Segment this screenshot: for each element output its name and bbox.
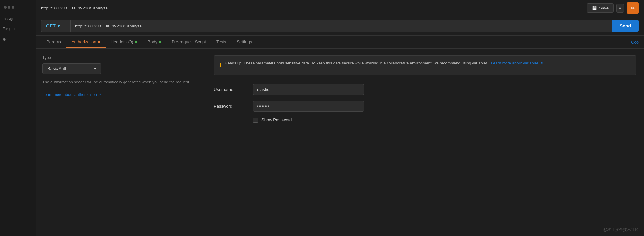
authorization-dot [98,41,100,43]
tab-settings[interactable]: Settings [231,36,257,48]
topbar-actions: 💾 Save ▾ ✏ [587,2,639,14]
tab-authorization-label: Authorization [72,39,96,44]
headers-dot [135,41,137,43]
dot-2 [8,6,10,9]
body-dot [159,41,161,43]
method-select[interactable]: GET ▾ [41,20,71,32]
tab-authorization[interactable]: Authorization [66,36,106,48]
request-tabs: Params Authorization Headers (9) Body Pr… [36,36,644,49]
dot-3 [12,6,14,9]
warning-banner: ℹ Heads up! These parameters hold sensit… [214,55,636,75]
learn-more-link[interactable]: Learn more about authorization ↗ [42,92,101,97]
topbar: http://10.133.0.188:49210/_analyze 💾 Sav… [36,0,644,16]
username-row: Username [214,84,636,95]
password-label: Password [214,104,246,109]
topbar-url: http://10.133.0.188:49210/_analyze [41,6,583,10]
tab-params-label: Params [46,39,61,44]
show-password-label[interactable]: Show Password [261,118,292,122]
password-input[interactable] [253,101,364,112]
send-button[interactable]: Send [612,20,639,32]
auth-right-panel: ℹ Heads up! These parameters hold sensit… [206,49,644,236]
request-bar: GET ▾ Send [36,16,644,36]
show-password-checkbox[interactable] [253,118,258,123]
type-label: Type [42,55,199,60]
content-area: Type Basic Auth ▾ The authorization head… [36,49,644,236]
username-input[interactable] [253,84,364,95]
sidebar-item-3[interactable]: 用) [0,34,36,45]
warning-icon: ℹ [219,61,222,70]
tab-body[interactable]: Body [142,36,167,48]
dot-1 [4,6,7,9]
edit-icon: ✏ [631,5,635,11]
sidebar: :nse/ge... //project... 用) [0,0,36,236]
method-chevron-icon: ▾ [58,23,60,28]
tab-pre-request[interactable]: Pre-request Script [166,36,211,48]
warning-text: Heads up! These parameters hold sensitiv… [225,60,543,66]
tab-params[interactable]: Params [41,36,66,48]
window-controls [0,3,36,14]
tab-headers[interactable]: Headers (9) [106,36,142,48]
username-label: Username [214,87,246,92]
footer: @稀土掘金技术社区 [603,227,639,233]
save-icon: 💾 [592,6,597,10]
chevron-down-icon: ▾ [619,6,621,10]
auth-description: The authorization header will be automat… [42,79,199,98]
type-select[interactable]: Basic Auth ▾ [42,63,101,74]
save-dropdown-button[interactable]: ▾ [616,4,624,13]
tab-cookies[interactable]: Coo [631,40,639,45]
tab-pre-request-label: Pre-request Script [172,39,206,44]
tab-body-label: Body [148,39,157,44]
show-password-row: Show Password [253,118,636,123]
sidebar-item-1[interactable]: :nse/ge... [0,14,36,24]
main-panel: http://10.133.0.188:49210/_analyze 💾 Sav… [36,0,644,236]
save-label: Save [599,6,609,10]
method-label: GET [46,23,56,28]
auth-left-panel: Type Basic Auth ▾ The authorization head… [36,49,206,236]
tab-tests-label: Tests [216,39,226,44]
variables-link[interactable]: Learn more about variables ↗ [491,61,543,65]
type-chevron-icon: ▾ [94,66,96,71]
tab-headers-label: Headers [111,39,127,44]
type-select-value: Basic Auth [47,66,67,71]
password-row: Password [214,101,636,112]
save-button[interactable]: 💾 Save [587,3,614,13]
tab-tests[interactable]: Tests [211,36,231,48]
url-input[interactable] [71,20,612,32]
tab-settings-label: Settings [237,39,252,44]
sidebar-item-2[interactable]: //project... [0,24,36,34]
headers-count: (9) [128,40,133,44]
edit-button[interactable]: ✏ [627,2,639,14]
